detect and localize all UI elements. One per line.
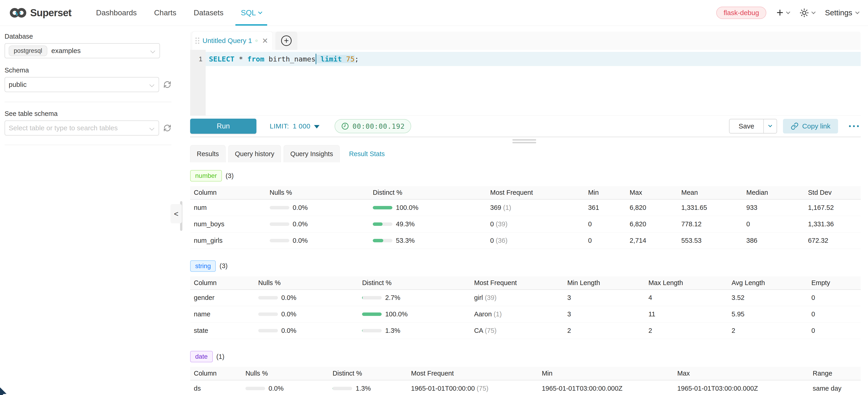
save-button[interactable]: Save (730, 119, 763, 133)
settings-menu[interactable]: Settings (825, 8, 859, 17)
stat-cell: 0 (808, 290, 861, 306)
run-button[interactable]: Run (190, 119, 256, 134)
table-row: name 0.0% 100.0% Aaron (1) 3 11 5.95 0 (190, 306, 861, 323)
col-header[interactable]: Max Length (645, 276, 728, 290)
plus-icon: + (776, 8, 783, 18)
mf-value: 0 (490, 220, 494, 228)
active-nav-underline (236, 24, 267, 26)
most-frequent-cell: Aaron (1) (470, 306, 564, 323)
sidebar-collapse-button[interactable]: < (170, 204, 182, 223)
nav-item-datasets[interactable]: Datasets (185, 0, 232, 26)
drag-handle-icon[interactable] (195, 37, 199, 44)
elapsed-time: 00:00:00.192 (352, 122, 405, 130)
col-header[interactable]: Distinct % (358, 276, 470, 290)
schema-label: Schema (5, 66, 172, 74)
save-options-caret[interactable] (763, 119, 777, 133)
stat-cell: 0 (808, 323, 861, 339)
col-header[interactable]: Column (190, 367, 242, 380)
new-query-tab-button[interactable]: + (275, 32, 297, 50)
editor-toolbar: Run LIMIT: 1 000 00:00:00.192 Save Copy … (190, 116, 861, 137)
col-header[interactable]: Nulls % (255, 276, 359, 290)
copy-link-button[interactable]: Copy link (783, 119, 838, 133)
col-header[interactable]: Most Frequent (470, 276, 564, 290)
pct-value: 0.0% (293, 220, 308, 228)
mf-value: 369 (490, 204, 501, 211)
progress-bar (373, 239, 393, 242)
tab-result-stats[interactable]: Result Stats (342, 145, 391, 162)
type-badge-string: string (190, 261, 216, 272)
col-header[interactable]: Nulls % (242, 367, 329, 380)
stat-cell: 1,331.36 (804, 216, 861, 232)
distinct-cell: 49.3% (369, 216, 486, 232)
column-name-cell: num (190, 199, 266, 216)
col-header[interactable]: Min (538, 367, 674, 380)
database-select[interactable]: postgresql examples (5, 43, 160, 58)
col-header[interactable]: Min (584, 186, 626, 199)
col-header[interactable]: Distinct % (369, 186, 486, 199)
nav-item-dashboards[interactable]: Dashboards (87, 0, 145, 26)
col-header[interactable]: Nulls % (266, 186, 369, 199)
table-row: gender 0.0% 2.7% girl (39) 3 4 3.52 0 (190, 290, 861, 306)
nav-item-sql[interactable]: SQL (232, 0, 270, 26)
table-select[interactable] (5, 120, 159, 135)
tab-query-history[interactable]: Query history (228, 145, 281, 162)
stat-cell: 4 (645, 290, 728, 306)
new-item-button[interactable]: + (776, 8, 789, 18)
pct-value: 0.0% (293, 237, 308, 244)
refresh-schemas-icon[interactable] (163, 81, 172, 89)
progress-bar (258, 296, 278, 299)
column-name-cell: num_girls (190, 232, 266, 249)
stat-cell: 553.53 (678, 232, 743, 249)
refresh-tables-icon[interactable] (163, 124, 172, 132)
panel-splitter (181, 137, 868, 145)
limit-dropdown[interactable]: LIMIT: 1 000 (270, 122, 319, 130)
splitter-drag-handle[interactable] (513, 139, 536, 143)
stat-cell: 1965-01-01T03:00:00.000Z (674, 380, 809, 395)
more-menu-button[interactable]: ••• (848, 122, 861, 130)
col-header[interactable]: Column (190, 276, 255, 290)
theme-toggle-button[interactable] (800, 8, 815, 18)
col-header[interactable]: Column (190, 186, 266, 199)
nav-item-charts[interactable]: Charts (145, 0, 185, 26)
col-header[interactable]: Median (743, 186, 804, 199)
pct-value: 100.0% (396, 204, 418, 211)
stat-cell: same day (809, 380, 861, 395)
pct-value: 100.0% (385, 310, 407, 318)
tab-results[interactable]: Results (190, 145, 225, 162)
most-frequent-cell: girl (39) (470, 290, 564, 306)
mf-value: girl (474, 294, 483, 301)
distinct-cell: 2.7% (358, 290, 470, 306)
col-header[interactable]: Range (809, 367, 861, 380)
table-search-input[interactable] (9, 124, 146, 132)
database-value: examples (52, 47, 81, 55)
header-row: Column Nulls % Distinct % Most Frequent … (190, 276, 861, 290)
col-header[interactable]: Min Length (564, 276, 645, 290)
col-header[interactable]: Max (626, 186, 678, 199)
col-header[interactable]: Distinct % (329, 367, 407, 380)
type-count: (1) (216, 353, 224, 361)
progress-bar (373, 222, 393, 226)
col-header[interactable]: Mean (678, 186, 743, 199)
col-header[interactable]: Std Dev (804, 186, 861, 199)
progress-bar (258, 329, 278, 332)
col-header[interactable]: Most Frequent (407, 367, 538, 380)
close-tab-icon[interactable]: × (262, 36, 268, 45)
progress-bar (362, 312, 382, 316)
schema-select[interactable]: public (5, 77, 159, 92)
stat-cell: 1,167.52 (804, 199, 861, 216)
tab-query-insights[interactable]: Query Insights (284, 145, 340, 162)
superset-logo[interactable]: Superset (9, 7, 71, 19)
sql-token: * (235, 55, 247, 63)
col-header[interactable]: Most Frequent (487, 186, 584, 199)
stat-cell: 3 (564, 306, 645, 323)
sql-keyword: from (247, 55, 265, 63)
col-header[interactable]: Avg Length (728, 276, 808, 290)
sqllab-main: Untitled Query 1 × + 1 SELECT * from bir… (181, 26, 868, 395)
results-tabbar: Results Query history Query Insights Res… (190, 145, 861, 162)
sql-editor[interactable]: 1 SELECT * from birth_names limit 75; (181, 50, 868, 116)
pct-value: 0.0% (281, 310, 297, 318)
col-header[interactable]: Max (674, 367, 809, 380)
query-tab[interactable]: Untitled Query 1 × (192, 32, 272, 50)
col-header[interactable]: Empty (808, 276, 861, 290)
result-stats-panel: number (3) Column Nulls % Distinct % Mos… (190, 170, 861, 395)
